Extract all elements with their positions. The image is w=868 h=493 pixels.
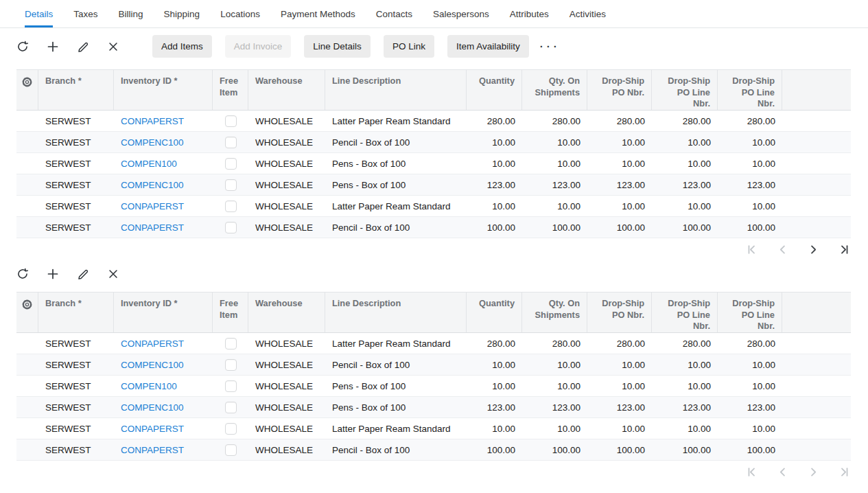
tab-shipping[interactable]: Shipping bbox=[164, 0, 200, 27]
inventory-id-link[interactable]: CONPAPERST bbox=[121, 222, 184, 233]
drop-ship-po-line-nbr-cell[interactable]: 123.00 bbox=[652, 174, 718, 195]
drop-ship-po-line-nbr-2-cell[interactable]: 100.00 bbox=[718, 217, 782, 238]
delete-row-icon[interactable] bbox=[107, 268, 119, 280]
warehouse-cell[interactable]: WHOLESALE bbox=[248, 217, 325, 238]
column-header-warehouse[interactable]: Warehouse bbox=[248, 70, 325, 110]
line-details-button[interactable]: Line Details bbox=[304, 35, 371, 58]
quantity-cell[interactable]: 10.00 bbox=[467, 153, 522, 174]
drop-ship-po-line-nbr-cell[interactable]: 10.00 bbox=[652, 196, 718, 216]
inventory-id-cell[interactable]: CONPAPERST bbox=[114, 111, 213, 131]
warehouse-cell[interactable]: WHOLESALE bbox=[248, 439, 325, 460]
edit-row-icon[interactable] bbox=[77, 268, 89, 280]
quantity-cell[interactable]: 123.00 bbox=[467, 174, 522, 195]
column-header-free-item[interactable]: Free Item bbox=[213, 70, 248, 110]
grid-settings-button[interactable] bbox=[16, 293, 38, 332]
inventory-id-link[interactable]: CONPAPERST bbox=[121, 445, 184, 455]
drop-ship-po-line-nbr-cell[interactable]: 100.00 bbox=[652, 439, 718, 460]
branch-cell[interactable]: SERWEST bbox=[38, 354, 114, 375]
column-header-qty-on-shipments[interactable]: Qty. On Shipments bbox=[522, 70, 587, 110]
delete-row-icon[interactable] bbox=[107, 41, 119, 53]
free-item-checkbox[interactable] bbox=[225, 200, 237, 212]
drop-ship-po-nbr-cell[interactable]: 10.00 bbox=[587, 354, 652, 375]
quantity-cell[interactable]: 100.00 bbox=[467, 217, 522, 238]
tab-contacts[interactable]: Contacts bbox=[376, 0, 412, 27]
free-item-checkbox[interactable] bbox=[225, 158, 237, 170]
inventory-id-cell[interactable]: COMPEN100 bbox=[114, 376, 213, 396]
warehouse-cell[interactable]: WHOLESALE bbox=[248, 196, 325, 216]
drop-ship-po-nbr-cell[interactable]: 10.00 bbox=[587, 418, 652, 439]
quantity-cell[interactable]: 280.00 bbox=[467, 333, 522, 354]
drop-ship-po-nbr-cell[interactable]: 123.00 bbox=[587, 174, 652, 195]
drop-ship-po-nbr-cell[interactable]: 10.00 bbox=[587, 132, 652, 152]
free-item-checkbox[interactable] bbox=[225, 402, 237, 413]
drop-ship-po-line-nbr-cell[interactable]: 10.00 bbox=[652, 418, 718, 439]
last-page-button[interactable] bbox=[838, 244, 850, 255]
qty-on-shipments-cell[interactable]: 100.00 bbox=[522, 217, 587, 238]
qty-on-shipments-cell[interactable]: 10.00 bbox=[522, 354, 587, 375]
drop-ship-po-line-nbr-cell[interactable]: 100.00 bbox=[652, 217, 718, 238]
warehouse-cell[interactable]: WHOLESALE bbox=[248, 418, 325, 439]
column-header-branch[interactable]: Branch * bbox=[38, 293, 114, 332]
drop-ship-po-line-nbr-2-cell[interactable]: 10.00 bbox=[718, 153, 782, 174]
inventory-id-cell[interactable]: COMPEN100 bbox=[114, 153, 213, 174]
add-items-button[interactable]: Add Items bbox=[152, 35, 212, 58]
drop-ship-po-nbr-cell[interactable]: 10.00 bbox=[587, 196, 652, 216]
drop-ship-po-line-nbr-2-cell[interactable]: 123.00 bbox=[718, 397, 782, 417]
branch-cell[interactable]: SERWEST bbox=[38, 217, 114, 238]
warehouse-cell[interactable]: WHOLESALE bbox=[248, 376, 325, 396]
column-header-line-description[interactable]: Line Description bbox=[325, 70, 467, 110]
tab-payment-methods[interactable]: Payment Methods bbox=[281, 0, 355, 27]
free-item-checkbox[interactable] bbox=[225, 338, 237, 349]
column-header-drop-ship-po-nbr[interactable]: Drop-Ship PO Nbr. bbox=[587, 293, 652, 332]
branch-cell[interactable]: SERWEST bbox=[38, 333, 114, 354]
inventory-id-cell[interactable]: CONPAPERST bbox=[114, 196, 213, 216]
item-availability-button[interactable]: Item Availability bbox=[447, 35, 529, 58]
inventory-id-link[interactable]: COMPEN100 bbox=[121, 159, 177, 169]
grid-settings-button[interactable] bbox=[16, 70, 38, 110]
drop-ship-po-line-nbr-2-cell[interactable]: 280.00 bbox=[718, 333, 782, 354]
inventory-id-cell[interactable]: COMPENC100 bbox=[114, 132, 213, 152]
drop-ship-po-line-nbr-2-cell[interactable]: 10.00 bbox=[718, 196, 782, 216]
column-header-inventory-id[interactable]: Inventory ID * bbox=[114, 293, 213, 332]
column-header-quantity[interactable]: Quantity bbox=[467, 70, 522, 110]
free-item-checkbox[interactable] bbox=[225, 115, 237, 127]
qty-on-shipments-cell[interactable]: 280.00 bbox=[522, 333, 587, 354]
inventory-id-link[interactable]: CONPAPERST bbox=[121, 339, 184, 349]
tab-activities[interactable]: Activities bbox=[570, 0, 606, 27]
quantity-cell[interactable]: 10.00 bbox=[467, 196, 522, 216]
column-header-drop-ship-po-line-nbr[interactable]: Drop-Ship PO Line Nbr. bbox=[652, 70, 718, 110]
column-header-line-description[interactable]: Line Description bbox=[325, 293, 467, 332]
qty-on-shipments-cell[interactable]: 100.00 bbox=[522, 439, 587, 460]
warehouse-cell[interactable]: WHOLESALE bbox=[248, 354, 325, 375]
branch-cell[interactable]: SERWEST bbox=[38, 174, 114, 195]
drop-ship-po-line-nbr-cell[interactable]: 123.00 bbox=[652, 397, 718, 417]
qty-on-shipments-cell[interactable]: 10.00 bbox=[522, 376, 587, 396]
po-link-button[interactable]: PO Link bbox=[384, 35, 434, 58]
line-description-cell[interactable]: Pencil - Box of 100 bbox=[325, 354, 467, 375]
next-page-button[interactable] bbox=[808, 244, 819, 255]
drop-ship-po-line-nbr-2-cell[interactable]: 10.00 bbox=[718, 418, 782, 439]
inventory-id-link[interactable]: COMPENC100 bbox=[121, 180, 184, 190]
drop-ship-po-nbr-cell[interactable]: 280.00 bbox=[587, 111, 652, 131]
tab-taxes[interactable]: Taxes bbox=[73, 0, 97, 27]
line-description-cell[interactable]: Latter Paper Ream Standard bbox=[325, 196, 467, 216]
qty-on-shipments-cell[interactable]: 123.00 bbox=[522, 397, 587, 417]
line-description-cell[interactable]: Pens - Box of 100 bbox=[325, 376, 467, 396]
quantity-cell[interactable]: 10.00 bbox=[467, 132, 522, 152]
add-row-icon[interactable] bbox=[47, 41, 59, 53]
inventory-id-cell[interactable]: CONPAPERST bbox=[114, 439, 213, 460]
inventory-id-link[interactable]: CONPAPERST bbox=[121, 424, 184, 434]
refresh-icon[interactable] bbox=[16, 268, 29, 280]
qty-on-shipments-cell[interactable]: 10.00 bbox=[522, 196, 587, 216]
warehouse-cell[interactable]: WHOLESALE bbox=[248, 174, 325, 195]
column-header-drop-ship-po-line-nbr[interactable]: Drop-Ship PO Line Nbr. bbox=[652, 293, 718, 332]
column-header-quantity[interactable]: Quantity bbox=[467, 293, 522, 332]
branch-cell[interactable]: SERWEST bbox=[38, 397, 114, 417]
inventory-id-link[interactable]: COMPENC100 bbox=[121, 137, 184, 148]
column-header-free-item[interactable]: Free Item bbox=[213, 293, 248, 332]
refresh-icon[interactable] bbox=[16, 41, 29, 53]
add-row-icon[interactable] bbox=[47, 268, 59, 280]
tab-attributes[interactable]: Attributes bbox=[510, 0, 549, 27]
inventory-id-cell[interactable]: COMPENC100 bbox=[114, 174, 213, 195]
warehouse-cell[interactable]: WHOLESALE bbox=[248, 153, 325, 174]
